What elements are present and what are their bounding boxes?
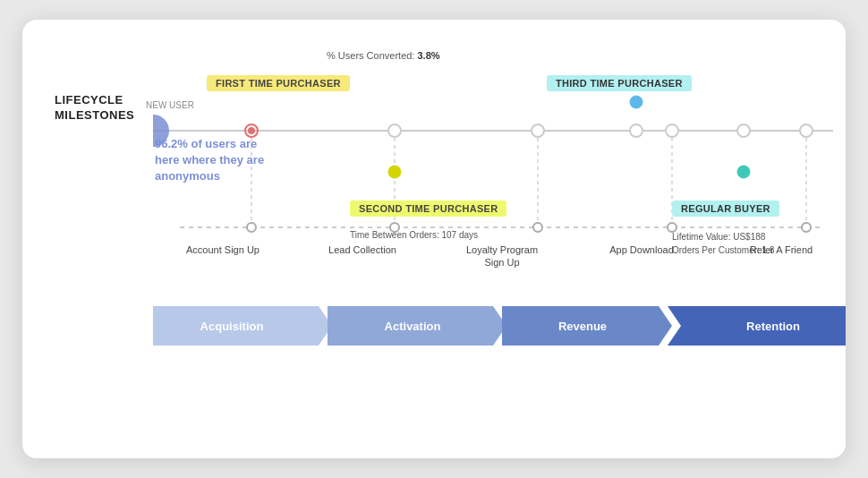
funnel-row: Acquisition Activation Revenue Retention [153,306,846,342]
svg-point-23 [802,223,811,232]
svg-point-14 [630,124,642,137]
sub-label-lead-collection: Lead Collection [322,243,403,269]
sub-label-refer-friend: Refer A Friend [741,243,821,269]
funnel-label-retention: Retention [746,320,800,333]
svg-point-12 [532,124,544,137]
second-time-info: Time Between Orders: 107 days [350,230,478,240]
svg-point-15 [666,124,678,137]
percent-value: 3.8% [418,50,440,61]
svg-point-13 [630,96,642,108]
anon-callout: 96.2% of users are here where they are a… [155,136,271,185]
percent-label: % Users Converted: 3.8% [327,50,440,61]
svg-point-18 [800,124,813,137]
svg-point-21 [533,223,542,232]
svg-point-9 [248,127,255,134]
svg-point-10 [388,124,401,137]
badge-second-time-purchaser: SECOND TIME PURCHASER [350,201,506,217]
sub-label-loyalty-program: Loyalty Program Sign Up [462,243,542,269]
badge-third-time-purchaser: THIRD TIME PURCHASER [547,75,692,91]
sub-milestone-labels: Account Sign Up Lead Collection Loyalty … [153,243,846,269]
new-user-label: NEW USER [146,100,194,110]
svg-point-16 [737,124,750,137]
svg-point-19 [247,223,256,232]
main-card: % Users Converted: 3.8% LIFECYCLE MILEST… [22,20,846,458]
main-area: LIFECYCLE MILESTONES NEW USER FIRST TIME… [55,75,813,272]
funnel-svg: Acquisition Activation Revenue Retention [153,306,846,346]
funnel-label-activation: Activation [385,320,441,333]
sub-label-account-signup: Account Sign Up [183,243,263,269]
svg-point-17 [737,166,750,178]
badge-regular-buyer: REGULAR BUYER [672,201,779,217]
timeline-area: NEW USER FIRST TIME PURCHASER THIRD TIME… [153,75,846,272]
regular-info-ltv: Lifetime Value: US$188 [672,230,774,243]
percent-label-text: % Users Converted: [327,50,414,61]
badge-first-time-purchaser: FIRST TIME PURCHASER [207,75,350,91]
funnel-label-acquisition: Acquisition [200,320,264,333]
svg-point-11 [388,166,401,178]
sub-label-app-download: App Download [601,243,682,269]
lifecycle-label: LIFECYCLE MILESTONES [55,75,153,124]
funnel-label-revenue: Revenue [558,320,607,333]
